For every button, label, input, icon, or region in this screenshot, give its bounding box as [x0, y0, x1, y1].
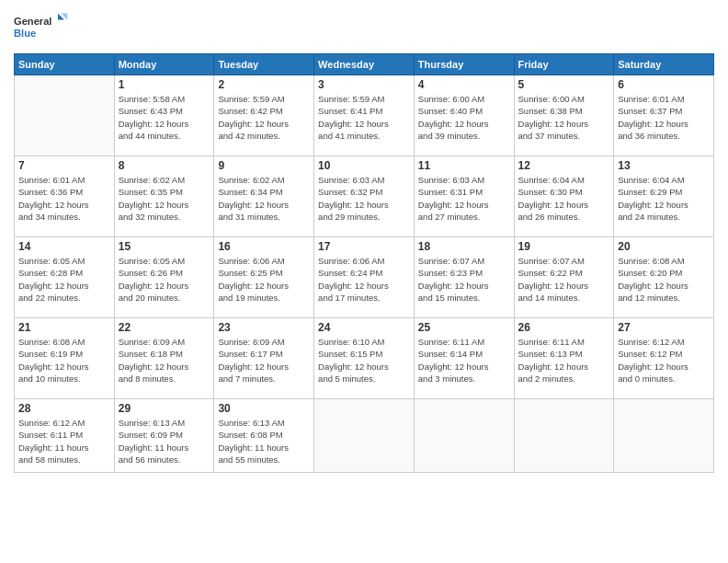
calendar-cell	[614, 399, 714, 473]
weekday-header: Monday	[114, 54, 214, 75]
day-number: 23	[218, 321, 310, 334]
day-number: 11	[418, 159, 510, 172]
calendar-cell: 28Sunrise: 6:12 AM Sunset: 6:11 PM Dayli…	[15, 399, 115, 473]
day-number: 8	[119, 159, 210, 172]
calendar-cell: 1Sunrise: 5:58 AM Sunset: 6:43 PM Daylig…	[114, 75, 214, 156]
day-info: Sunrise: 6:05 AM Sunset: 6:28 PM Dayligh…	[18, 255, 110, 304]
day-number: 27	[618, 321, 710, 334]
calendar-cell: 2Sunrise: 5:59 AM Sunset: 6:42 PM Daylig…	[214, 75, 314, 156]
calendar-table: SundayMondayTuesdayWednesdayThursdayFrid…	[14, 53, 714, 473]
day-info: Sunrise: 6:07 AM Sunset: 6:23 PM Dayligh…	[418, 255, 510, 304]
day-number: 5	[518, 78, 610, 91]
day-number: 2	[218, 78, 310, 91]
calendar-cell: 14Sunrise: 6:05 AM Sunset: 6:28 PM Dayli…	[15, 237, 115, 318]
day-info: Sunrise: 5:59 AM Sunset: 6:41 PM Dayligh…	[318, 93, 410, 142]
day-info: Sunrise: 6:09 AM Sunset: 6:18 PM Dayligh…	[119, 336, 210, 385]
weekday-header: Friday	[514, 54, 614, 75]
day-info: Sunrise: 5:59 AM Sunset: 6:42 PM Dayligh…	[218, 93, 310, 142]
day-number: 20	[618, 240, 710, 253]
day-info: Sunrise: 6:07 AM Sunset: 6:22 PM Dayligh…	[518, 255, 610, 304]
day-info: Sunrise: 6:10 AM Sunset: 6:15 PM Dayligh…	[318, 336, 410, 385]
weekday-header: Saturday	[614, 54, 714, 75]
calendar-cell: 8Sunrise: 6:02 AM Sunset: 6:35 PM Daylig…	[114, 156, 214, 237]
calendar-cell: 26Sunrise: 6:11 AM Sunset: 6:13 PM Dayli…	[514, 318, 614, 399]
day-info: Sunrise: 6:06 AM Sunset: 6:25 PM Dayligh…	[218, 255, 310, 304]
day-number: 7	[18, 159, 110, 172]
calendar-cell: 9Sunrise: 6:02 AM Sunset: 6:34 PM Daylig…	[214, 156, 314, 237]
day-number: 1	[119, 78, 210, 91]
day-info: Sunrise: 6:11 AM Sunset: 6:13 PM Dayligh…	[518, 336, 610, 385]
day-number: 29	[119, 402, 210, 415]
calendar-cell: 25Sunrise: 6:11 AM Sunset: 6:14 PM Dayli…	[414, 318, 514, 399]
calendar-cell: 22Sunrise: 6:09 AM Sunset: 6:18 PM Dayli…	[114, 318, 214, 399]
day-info: Sunrise: 6:13 AM Sunset: 6:09 PM Dayligh…	[119, 417, 210, 465]
svg-text:General: General	[14, 16, 51, 27]
calendar-cell: 4Sunrise: 6:00 AM Sunset: 6:40 PM Daylig…	[414, 75, 514, 156]
logo-svg: General Blue	[14, 9, 69, 46]
day-info: Sunrise: 6:04 AM Sunset: 6:29 PM Dayligh…	[618, 174, 710, 223]
calendar-cell: 11Sunrise: 6:03 AM Sunset: 6:31 PM Dayli…	[414, 156, 514, 237]
day-number: 30	[218, 402, 310, 415]
weekday-header: Thursday	[414, 54, 514, 75]
day-info: Sunrise: 6:06 AM Sunset: 6:24 PM Dayligh…	[318, 255, 410, 304]
calendar-cell: 19Sunrise: 6:07 AM Sunset: 6:22 PM Dayli…	[514, 237, 614, 318]
day-info: Sunrise: 6:01 AM Sunset: 6:36 PM Dayligh…	[18, 174, 110, 223]
calendar-cell: 18Sunrise: 6:07 AM Sunset: 6:23 PM Dayli…	[414, 237, 514, 318]
day-number: 26	[518, 321, 610, 334]
day-number: 18	[418, 240, 510, 253]
day-number: 16	[218, 240, 310, 253]
day-info: Sunrise: 6:08 AM Sunset: 6:20 PM Dayligh…	[618, 255, 710, 304]
day-number: 19	[518, 240, 610, 253]
day-number: 15	[119, 240, 210, 253]
calendar-cell: 6Sunrise: 6:01 AM Sunset: 6:37 PM Daylig…	[614, 75, 714, 156]
day-info: Sunrise: 6:12 AM Sunset: 6:12 PM Dayligh…	[618, 336, 710, 385]
calendar-cell: 24Sunrise: 6:10 AM Sunset: 6:15 PM Dayli…	[314, 318, 415, 399]
day-info: Sunrise: 6:12 AM Sunset: 6:11 PM Dayligh…	[18, 417, 110, 465]
calendar-cell: 10Sunrise: 6:03 AM Sunset: 6:32 PM Dayli…	[314, 156, 415, 237]
calendar-cell: 12Sunrise: 6:04 AM Sunset: 6:30 PM Dayli…	[514, 156, 614, 237]
calendar-cell: 21Sunrise: 6:08 AM Sunset: 6:19 PM Dayli…	[15, 318, 115, 399]
day-number: 13	[618, 159, 710, 172]
svg-text:Blue: Blue	[14, 28, 36, 39]
day-info: Sunrise: 6:02 AM Sunset: 6:35 PM Dayligh…	[119, 174, 210, 223]
calendar-cell: 23Sunrise: 6:09 AM Sunset: 6:17 PM Dayli…	[214, 318, 314, 399]
day-info: Sunrise: 6:01 AM Sunset: 6:37 PM Dayligh…	[618, 93, 710, 142]
calendar-cell: 3Sunrise: 5:59 AM Sunset: 6:41 PM Daylig…	[314, 75, 415, 156]
day-info: Sunrise: 6:05 AM Sunset: 6:26 PM Dayligh…	[119, 255, 210, 304]
weekday-header: Wednesday	[314, 54, 415, 75]
calendar-cell: 5Sunrise: 6:00 AM Sunset: 6:38 PM Daylig…	[514, 75, 614, 156]
calendar-cell: 20Sunrise: 6:08 AM Sunset: 6:20 PM Dayli…	[614, 237, 714, 318]
day-info: Sunrise: 6:11 AM Sunset: 6:14 PM Dayligh…	[418, 336, 510, 385]
day-number: 12	[518, 159, 610, 172]
day-info: Sunrise: 5:58 AM Sunset: 6:43 PM Dayligh…	[119, 93, 210, 142]
day-info: Sunrise: 6:00 AM Sunset: 6:38 PM Dayligh…	[518, 93, 610, 142]
day-number: 9	[218, 159, 310, 172]
day-number: 14	[18, 240, 110, 253]
day-info: Sunrise: 6:02 AM Sunset: 6:34 PM Dayligh…	[218, 174, 310, 223]
calendar-cell: 29Sunrise: 6:13 AM Sunset: 6:09 PM Dayli…	[114, 399, 214, 473]
calendar-cell: 13Sunrise: 6:04 AM Sunset: 6:29 PM Dayli…	[614, 156, 714, 237]
day-number: 6	[618, 78, 710, 91]
calendar-cell: 27Sunrise: 6:12 AM Sunset: 6:12 PM Dayli…	[614, 318, 714, 399]
logo: General Blue	[14, 9, 69, 46]
day-info: Sunrise: 6:00 AM Sunset: 6:40 PM Dayligh…	[418, 93, 510, 142]
calendar-cell	[314, 399, 415, 473]
day-info: Sunrise: 6:03 AM Sunset: 6:31 PM Dayligh…	[418, 174, 510, 223]
calendar-cell: 16Sunrise: 6:06 AM Sunset: 6:25 PM Dayli…	[214, 237, 314, 318]
day-number: 21	[18, 321, 110, 334]
day-number: 10	[318, 159, 410, 172]
day-number: 17	[318, 240, 410, 253]
day-info: Sunrise: 6:04 AM Sunset: 6:30 PM Dayligh…	[518, 174, 610, 223]
day-info: Sunrise: 6:03 AM Sunset: 6:32 PM Dayligh…	[318, 174, 410, 223]
day-number: 24	[318, 321, 410, 334]
day-info: Sunrise: 6:08 AM Sunset: 6:19 PM Dayligh…	[18, 336, 110, 385]
calendar-cell	[15, 75, 115, 156]
day-number: 3	[318, 78, 410, 91]
calendar-cell: 30Sunrise: 6:13 AM Sunset: 6:08 PM Dayli…	[214, 399, 314, 473]
day-info: Sunrise: 6:09 AM Sunset: 6:17 PM Dayligh…	[218, 336, 310, 385]
weekday-header: Tuesday	[214, 54, 314, 75]
calendar-cell	[514, 399, 614, 473]
day-number: 22	[119, 321, 210, 334]
weekday-header: Sunday	[15, 54, 115, 75]
day-info: Sunrise: 6:13 AM Sunset: 6:08 PM Dayligh…	[218, 417, 310, 465]
